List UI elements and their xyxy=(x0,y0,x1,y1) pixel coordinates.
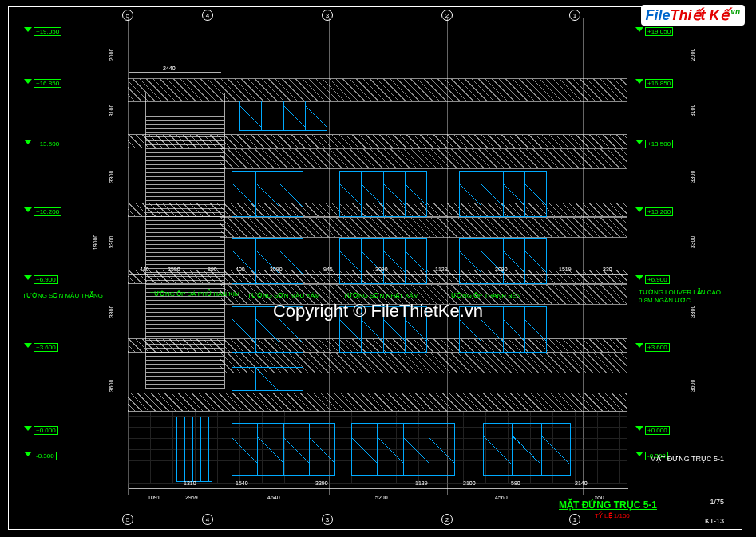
vdim-r-0: 2000 xyxy=(690,49,695,61)
vdim-4: 3300 xyxy=(109,306,114,318)
grid-bubble-top-5: 5 xyxy=(122,10,133,21)
hdim-mid-0: 440 xyxy=(140,267,149,272)
grid-bubble-bottom-3: 3 xyxy=(322,514,333,525)
logo-part-b: Thiết Kế xyxy=(671,7,729,23)
elev-marker-right-3: +10.200 xyxy=(635,207,673,216)
window-l2-1 xyxy=(232,367,303,391)
balcony-l4 xyxy=(220,217,627,238)
hdim-mid-5: 945 xyxy=(323,267,333,272)
grid-bubble-bottom-1: 1 xyxy=(569,514,580,525)
side-drawing-label: MẶT ĐỨNG TRỤC 5-1 xyxy=(650,455,724,463)
note-mid1: TƯỜNG SƠN MÀU XÁM xyxy=(247,292,320,300)
elev-marker-right-2: +13.500 xyxy=(635,140,673,148)
elev-marker-left-3: +10.200 xyxy=(24,207,61,216)
vdim-r-3: 3300 xyxy=(690,236,695,249)
hdim-mid-4: 3090 xyxy=(270,267,283,272)
window-roof xyxy=(239,101,327,131)
ground-line xyxy=(16,484,734,484)
sheet-number: KT-13 xyxy=(705,517,724,525)
grid-bubble-top-4: 4 xyxy=(202,10,213,21)
grid-bubble-top-2: 2 xyxy=(441,10,453,21)
hdim-mid-2: 890 xyxy=(208,267,217,272)
hdim-bottom-1: 2959 xyxy=(185,495,198,500)
dim-2440: 2440 xyxy=(163,65,176,71)
grid-bubble-bottom-4: 4 xyxy=(202,514,213,525)
storefront-2 xyxy=(351,423,455,476)
vdim-r-2: 3300 xyxy=(690,171,695,184)
balcony-l5 xyxy=(220,148,627,169)
elev-marker-left-4: +6.900 xyxy=(24,275,58,284)
dimline-ground-a xyxy=(129,488,628,489)
louver-shaft xyxy=(145,93,225,389)
vdim-0: 2000 xyxy=(109,49,114,61)
elev-marker-left-1: +16.850 xyxy=(24,79,61,88)
grid-bubble-top-3: 3 xyxy=(322,10,333,21)
window-l5-1 xyxy=(232,171,303,217)
elev-marker-left-7: -0.300 xyxy=(24,452,57,460)
hdim-mid-1: 2590 xyxy=(168,267,180,272)
elev-marker-right-5: +3.600 xyxy=(635,343,670,352)
elev-marker-right-6: +0.000 xyxy=(635,426,670,435)
elev-marker-left-0: +19.050 xyxy=(24,27,61,36)
hdim-ground-1: 1540 xyxy=(236,480,248,486)
hdim-mid-8: 3090 xyxy=(495,267,508,272)
hdim-mid-6: 3090 xyxy=(375,267,388,272)
dimline-top xyxy=(129,72,221,73)
canopy-l1 xyxy=(128,393,627,412)
storefront-3 xyxy=(483,423,571,476)
hdim-mid-3: 400 xyxy=(236,267,245,272)
elev-marker-left-6: +0.000 xyxy=(24,426,58,435)
grid-bubble-bottom-2: 2 xyxy=(441,514,453,525)
window-l5-3 xyxy=(459,171,547,217)
hdim-ground-0: 1310 xyxy=(184,480,196,486)
vdim-3: 3300 xyxy=(109,236,114,249)
drawing-title: MẶT ĐỨNG TRỤC 5-1 xyxy=(559,499,657,511)
hdim-mid-7: 1128 xyxy=(435,267,448,272)
vdim-r-5: 3600 xyxy=(690,380,695,393)
hdim-mid-9: 1519 xyxy=(559,267,572,272)
cad-canvas: 2440 +19.050+16.850+13.500+10.200+6.900+… xyxy=(0,0,756,537)
watermark-logo: FileThiết Kế.vn xyxy=(641,5,745,26)
building-elevation xyxy=(128,78,627,485)
hdim-bottom-3: 5200 xyxy=(375,495,388,500)
window-l3-3 xyxy=(459,306,547,353)
vdim-r-4: 3300 xyxy=(690,306,695,318)
elev-marker-left-5: +3.600 xyxy=(24,343,58,352)
note-mid2: TƯỜNG SƠN NHẠT XÁM xyxy=(343,292,418,300)
dimline-mid xyxy=(129,274,628,275)
elev-marker-right-0: +19.050 xyxy=(635,27,673,36)
window-l4-2 xyxy=(339,238,427,284)
ext-line xyxy=(627,18,627,495)
elev-marker-right-1: +16.850 xyxy=(635,79,673,88)
note-left-wall: TƯỜNG SƠN MÀU TRẮNG xyxy=(22,292,103,300)
logo-part-a: File xyxy=(646,7,671,23)
note-shaft: TƯỜNG ỐP ĐÁ PHỦ HÀN KIM xyxy=(150,290,240,298)
hdim-ground-2: 3390 xyxy=(315,480,328,486)
vdim-1: 3100 xyxy=(109,105,114,117)
drawing-scale: TỶ LỆ 1/100 xyxy=(595,512,630,519)
hdim-ground-4: 2100 xyxy=(463,480,476,486)
dimline-bottom xyxy=(128,503,631,503)
elev-marker-right-4: +6.900 xyxy=(635,275,670,284)
hdim-bottom-2: 4640 xyxy=(267,495,280,500)
entry-door xyxy=(176,417,212,482)
dim-total-height: 19000 xyxy=(93,235,98,250)
hdim-bottom-0: 1091 xyxy=(148,495,160,500)
logo-part-c: .vn xyxy=(729,7,740,16)
window-l3-2 xyxy=(339,306,427,353)
vdim-r-1: 3100 xyxy=(690,105,695,117)
window-l4-3 xyxy=(459,238,547,284)
hdim-bottom-4: 4560 xyxy=(495,495,508,500)
note-mid3: TƯỜNG ỐP THANH BÊN xyxy=(447,292,521,300)
grid-bubble-bottom-5: 5 xyxy=(122,514,133,525)
vdim-5: 3600 xyxy=(109,380,114,393)
window-l4-1 xyxy=(232,238,303,284)
grid-bubble-top-1: 1 xyxy=(569,10,580,21)
hdim-ground-6: 2140 xyxy=(575,480,588,486)
note-right: TƯỜNG LOUVER LẮN CAO 0.8M NGĂN ƯỚC xyxy=(639,289,734,305)
hdim-mid-10: 330 xyxy=(603,267,612,272)
hdim-ground-3: 1139 xyxy=(415,480,428,486)
vdim-2: 3300 xyxy=(109,171,114,184)
hdim-ground-5: 580 xyxy=(511,480,520,486)
window-l3-1 xyxy=(232,306,303,353)
